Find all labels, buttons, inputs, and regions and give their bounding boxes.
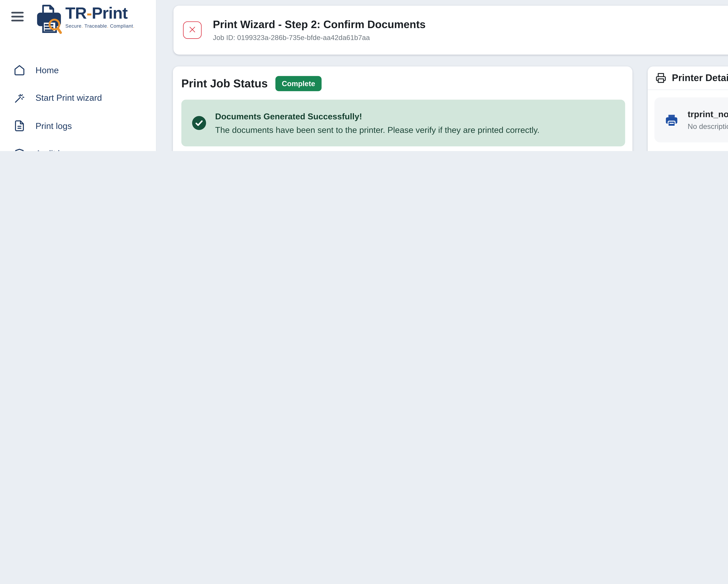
- shield-check-icon: [14, 148, 25, 151]
- app-root: TR-Print Secure. Traceable. Compliant. H…: [0, 0, 728, 151]
- sidebar-nav: HomeStart Print wizardPrint logsAudit lo…: [0, 56, 156, 151]
- wizard-header-card: Print Wizard - Step 2: Confirm Documents…: [174, 6, 728, 55]
- printer-icon: [655, 73, 666, 83]
- sidebar-item-label: Audit logs: [35, 149, 74, 151]
- success-alert: Documents Generated Successfully! The do…: [181, 100, 625, 147]
- job-id-label: Job ID: 0199323a-286b-735e-bfde-aa42da61…: [213, 34, 425, 42]
- printer-details-title: Printer Details: [672, 72, 728, 83]
- wand-icon: [14, 92, 25, 104]
- page-title: Print Wizard - Step 2: Confirm Documents: [213, 19, 425, 31]
- sidebar-item-label: Home: [35, 65, 59, 75]
- sidebar-item-label: Print logs: [35, 121, 72, 131]
- sidebar-item-print-logs[interactable]: Print logs: [0, 112, 156, 140]
- sidebar-item-home[interactable]: Home: [0, 56, 156, 84]
- close-icon: [188, 25, 197, 35]
- logo-tagline: Secure. Traceable. Compliant.: [66, 23, 134, 29]
- alert-text: The documents have been sent to the prin…: [215, 125, 540, 135]
- printer-details-card: Printer Details trprint_node_pdf No des: [648, 67, 728, 151]
- status-card-title: Print Job Status: [181, 77, 268, 90]
- alert-title: Documents Generated Successfully!: [215, 111, 540, 121]
- hamburger-menu-icon[interactable]: [11, 12, 24, 21]
- printer-info-box: trprint_node_pdf No description availabl…: [654, 97, 728, 142]
- main-content: Print Wizard - Step 2: Confirm Documents…: [157, 0, 728, 151]
- printer-name: trprint_node_pdf: [688, 109, 728, 120]
- sidebar-item-label: Start Print wizard: [35, 93, 102, 103]
- right-panel: Printer Details trprint_node_pdf No des: [648, 67, 728, 151]
- logo-title: TR-Print: [66, 5, 134, 21]
- sidebar-item-start-print-wizard[interactable]: Start Print wizard: [0, 84, 156, 112]
- app-logo: TR-Print Secure. Traceable. Compliant.: [35, 3, 134, 36]
- location-label: Location: [648, 150, 728, 151]
- complete-badge: Complete: [276, 76, 321, 91]
- home-icon: [14, 64, 25, 76]
- close-wizard-button[interactable]: [183, 21, 202, 39]
- sidebar: TR-Print Secure. Traceable. Compliant. H…: [0, 0, 157, 151]
- printer-blue-icon: [664, 112, 679, 128]
- check-circle-icon: [191, 115, 207, 131]
- print-logs-icon: [14, 120, 25, 132]
- printer-description: No description available: [688, 122, 728, 131]
- print-job-status-card: Print Job Status Complete Documents Gene…: [173, 67, 632, 151]
- logo-printer-icon: [35, 3, 63, 36]
- sidebar-item-audit-logs[interactable]: Audit logs: [0, 140, 156, 151]
